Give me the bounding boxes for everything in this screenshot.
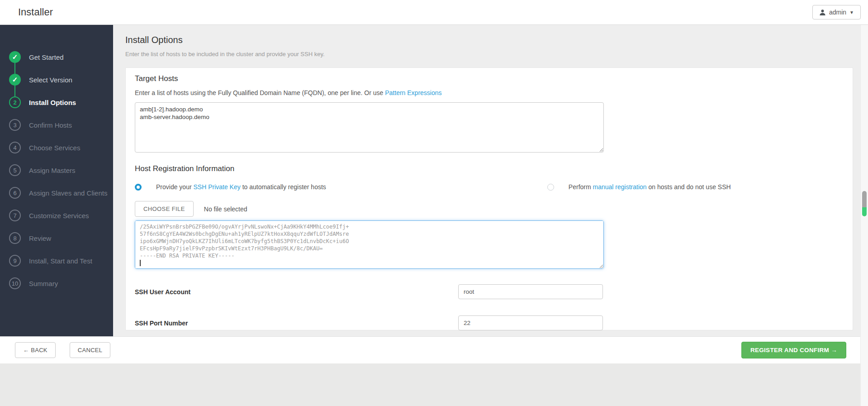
target-hosts-description-text: Enter a list of hosts using the Fully Qu… <box>135 89 385 96</box>
host-registration-title: Host Registration Information <box>135 164 844 173</box>
check-icon: ✓ <box>9 74 21 86</box>
ssh-option-suffix: to automatically register hosts <box>241 183 326 191</box>
manual-option-label: Perform manual registration on hosts and… <box>569 183 731 191</box>
install-options-card: Target Hosts Enter a list of hosts using… <box>125 67 853 330</box>
ssh-user-row: SSH User Account <box>135 284 844 299</box>
manual-registration-radio[interactable] <box>547 184 554 191</box>
manual-registration-option: Perform manual registration on hosts and… <box>547 183 731 191</box>
page-subtitle: Enter the list of hosts to be included i… <box>125 51 860 57</box>
wizard-sidebar: ✓ Get Started ✓ Select Version 2 Install… <box>0 25 113 336</box>
sidebar-step-customize-services: 7 Customize Services <box>0 204 113 227</box>
sidebar-step-summary: 10 Summary <box>0 272 113 295</box>
step-label: Get Started <box>29 53 64 61</box>
target-hosts-description: Enter a list of hosts using the Fully Qu… <box>135 89 844 96</box>
file-status-text: No file selected <box>204 205 247 213</box>
registration-options: Provide your SSH Private Key to automati… <box>135 183 844 191</box>
ssh-option-prefix: Provide your <box>156 183 193 191</box>
step-indicator: 5 <box>9 164 21 176</box>
ssh-key-option: Provide your SSH Private Key to automati… <box>135 183 326 191</box>
main-content: Install Options Enter the list of hosts … <box>113 25 860 336</box>
file-picker-row: CHOOSE FILE No file selected <box>135 201 844 217</box>
ssh-user-input[interactable] <box>458 284 603 299</box>
step-label: Assign Masters <box>29 167 76 174</box>
caret-down-icon: ▼ <box>849 10 854 15</box>
step-indicator: 8 <box>9 232 21 244</box>
sidebar-step-assign-masters: 5 Assign Masters <box>0 159 113 182</box>
step-indicator: 10 <box>9 277 21 289</box>
target-hosts-title: Target Hosts <box>135 74 844 83</box>
ssh-port-input[interactable] <box>458 315 603 330</box>
step-indicator: 2 <box>9 96 21 108</box>
step-label: Confirm Hosts <box>29 121 72 129</box>
sidebar-step-choose-services: 4 Choose Services <box>0 136 113 159</box>
app-title: Installer <box>18 6 53 18</box>
manual-option-suffix: on hosts and do not use SSH <box>647 183 731 191</box>
sidebar-step-select-version: ✓ Select Version <box>0 68 113 91</box>
sidebar-step-assign-slaves-and-clients: 6 Assign Slaves and Clients <box>0 182 113 204</box>
step-indicator: 7 <box>9 210 21 221</box>
manual-option-prefix: Perform <box>569 183 593 191</box>
page-title: Install Options <box>125 35 860 45</box>
text-cursor <box>140 260 141 266</box>
ssh-key-option-label: Provide your SSH Private Key to automati… <box>156 183 326 191</box>
ssh-private-key-link[interactable]: SSH Private Key <box>193 183 240 191</box>
manual-registration-link[interactable]: manual registration <box>593 183 647 191</box>
user-menu-label: admin <box>829 9 846 16</box>
step-label: Review <box>29 234 51 242</box>
sidebar-step-install-start-and-test: 9 Install, Start and Test <box>0 249 113 272</box>
ssh-port-row: SSH Port Number <box>135 315 844 330</box>
top-header: Installer admin ▼ <box>0 0 868 25</box>
register-and-confirm-button[interactable]: REGISTER AND CONFIRM → <box>741 342 846 358</box>
choose-file-button[interactable]: CHOOSE FILE <box>135 201 194 217</box>
step-label: Customize Services <box>29 212 89 220</box>
step-label: Install Options <box>29 99 76 106</box>
wizard-steps: ✓ Get Started ✓ Select Version 2 Install… <box>0 46 113 295</box>
step-label: Summary <box>29 280 58 287</box>
ssh-port-label: SSH Port Number <box>135 320 458 327</box>
sidebar-step-confirm-hosts: 3 Confirm Hosts <box>0 114 113 136</box>
sidebar-step-review: 8 Review <box>0 227 113 249</box>
sidebar-step-install-options: 2 Install Options <box>0 91 113 114</box>
page-scrollbar-thumb[interactable] <box>862 191 867 216</box>
step-label: Install, Start and Test <box>29 257 92 265</box>
ssh-private-key-textarea[interactable]: /25AxiWYPsnBrsbPGZFBe09O/ogvAYrjPvNLswoN… <box>135 220 604 269</box>
ssh-user-label: SSH User Account <box>135 288 458 296</box>
wizard-footer: ← BACK CANCEL REGISTER AND CONFIRM → <box>0 336 868 363</box>
step-label: Assign Slaves and Clients <box>29 189 107 197</box>
ssh-key-field-wrap: /25AxiWYPsnBrsbPGZFBe09O/ogvAYrjPvNLswoN… <box>135 220 604 271</box>
check-icon: ✓ <box>9 51 21 63</box>
step-indicator: 6 <box>9 187 21 199</box>
step-indicator: 9 <box>9 255 21 267</box>
ssh-key-radio[interactable] <box>135 184 142 191</box>
step-label: Choose Services <box>29 144 80 152</box>
sidebar-step-get-started: ✓ Get Started <box>0 46 113 68</box>
step-label: Select Version <box>29 76 72 84</box>
user-menu-button[interactable]: admin ▼ <box>812 5 861 19</box>
scrollbar-thumb-green <box>862 207 867 216</box>
target-hosts-textarea[interactable]: amb[1-2].hadoop.demo amb-server.hadoop.d… <box>135 102 604 153</box>
cancel-button[interactable]: CANCEL <box>70 342 111 358</box>
scrollbar-thumb-gray <box>862 191 867 207</box>
step-indicator: 4 <box>9 142 21 153</box>
step-indicator: 3 <box>9 119 21 131</box>
user-icon <box>819 9 826 16</box>
pattern-expressions-link[interactable]: Pattern Expressions <box>385 89 441 96</box>
back-button[interactable]: ← BACK <box>15 342 56 358</box>
page-scrollbar-track[interactable] <box>860 25 868 406</box>
